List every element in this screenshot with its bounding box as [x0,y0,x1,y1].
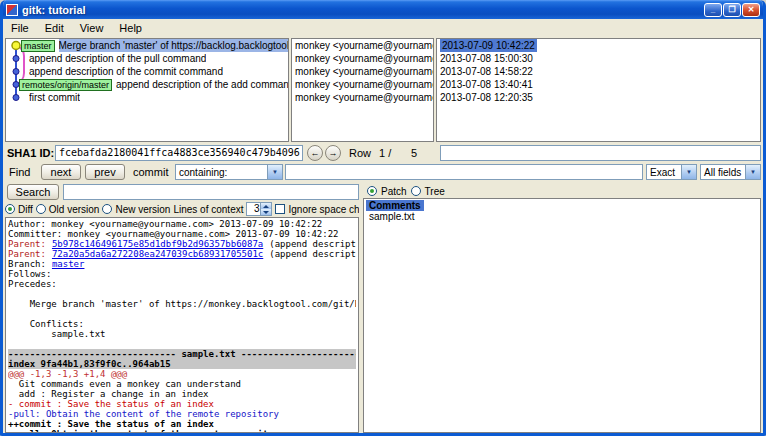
diff-radio[interactable] [5,204,15,214]
date-text: 2013-07-08 12:20:35 [440,91,533,104]
author-cell[interactable]: monkey <yourname@yourname.com> [292,39,433,52]
author-text: monkey <yourname@yourname.com> [295,78,433,91]
date-text: 2013-07-08 15:00:30 [440,52,533,65]
date-cell[interactable]: 2013-07-09 10:42:22 [437,39,760,52]
commit-row[interactable]: append description of the commit command [6,65,288,78]
menu-view[interactable]: View [72,21,112,35]
author-text: monkey <yourname@yourname.com> [295,52,433,65]
patch-radio[interactable] [367,186,377,196]
parent-line: Parent:5b978c146496175e85d1dbf9b2d96357b… [8,239,356,249]
author-cell[interactable]: monkey <yourname@yourname.com> [292,91,433,104]
commit-row[interactable]: remotes/origin/master append description… [6,78,288,91]
file-separator-line[interactable]: ------------------------------- sample.t… [8,349,356,359]
search-input[interactable] [63,184,359,200]
forward-arrow-icon: → [329,148,338,158]
row-total: 5 [411,147,417,159]
match-value: Exact [650,167,675,178]
commit-list: master Merge branch 'master' of https://… [6,39,288,141]
author-cell[interactable]: monkey <yourname@yourname.com> [292,78,433,91]
diff-added-line: ++commit : Save the status of an index [8,419,356,429]
sha1-input[interactable]: fcebafda2180041ffca4883ce356940c479b4096 [55,145,303,161]
author-text: monkey <yourname@yourname.com> [295,65,433,78]
sha1-label: SHA1 ID: [7,147,54,159]
parent1-sha-link[interactable]: 5b978c146496175e85d1dbf9b2d96357bb6087a [52,239,263,249]
commit-row[interactable]: first commit [6,91,288,104]
find-button[interactable]: Find [9,166,30,178]
author-text: monkey <yourname@yourname.com> [295,91,433,104]
window-title: gitk: tutorial [22,4,703,16]
old-version-label: Old version [49,204,100,215]
parent2-sha-link[interactable]: 72a20a5da6a272208ea247039cb68931705501c [52,249,263,259]
lines-of-context-label: Lines of context [173,204,243,215]
conflict-file-line: sample.txt [8,329,356,339]
date-pane[interactable]: 2013-07-09 10:42:22 2013-07-08 15:00:30 … [436,38,761,142]
date-cell[interactable]: 2013-07-08 14:58:22 [437,65,760,78]
find-next-button[interactable]: next [41,164,81,180]
find-prev-button[interactable]: prev [85,164,125,180]
menu-help[interactable]: Help [111,21,150,35]
parent2-rest: (append description of the [269,249,356,259]
stepper-buttons [260,203,271,215]
branch-label-master[interactable]: master [21,40,55,52]
dropdown-arrow-icon: ▼ [681,165,696,179]
close-button[interactable]: ✕ [742,3,760,17]
commit-graph-pane[interactable]: master Merge branch 'master' of https://… [5,38,289,142]
date-cell[interactable]: 2013-07-08 12:20:35 [437,91,760,104]
commit-row[interactable]: master Merge branch 'master' of https://… [6,39,288,52]
branch-line: Branch:master [8,259,356,269]
history-forward-button[interactable]: → [325,145,341,161]
file-list-item[interactable]: sample.txt [366,211,758,223]
tree-radio[interactable] [411,186,421,196]
date-cell[interactable]: 2013-07-08 15:00:30 [437,52,760,65]
search-button[interactable]: Search [7,184,59,200]
find-containing-dropdown[interactable]: containing: ▼ [175,164,283,180]
view-options-bar: Patch Tree [367,184,445,198]
history-back-button[interactable]: ← [307,145,323,161]
commit-subject: first commit [29,91,80,104]
ignore-space-label: Ignore space change [288,204,359,215]
diff-view[interactable]: Author: monkey <yourname@yourname.com> 2… [5,217,359,433]
dropdown-arrow-icon: ▼ [745,165,760,179]
author-cell[interactable]: monkey <yourname@yourname.com> [292,65,433,78]
minimize-button[interactable]: _ [704,3,722,17]
blank-line [8,339,356,349]
patch-label: Patch [381,186,407,197]
find-match-dropdown[interactable]: Exact ▼ [646,164,697,180]
committer-line: Committer: monkey <yourname@yourname.com… [8,229,356,239]
author-pane[interactable]: monkey <yourname@yourname.com> monkey <y… [291,38,434,142]
find-commit-label: commit [133,166,168,178]
commit-subject: append description of the pull command [29,52,206,65]
date-text: 2013-07-09 10:42:22 [440,39,537,52]
ignore-space-checkbox[interactable] [275,204,285,214]
old-version-radio[interactable] [36,204,46,214]
diff-context-line: Git commands even a monkey can understan… [8,379,356,389]
maximize-button[interactable]: ❐ [723,3,741,17]
parent-line: Parent:72a20a5da6a272208ea247039cb689317… [8,249,356,259]
new-version-label: New version [115,204,170,215]
parent-label: Parent: [8,249,46,259]
diff-context-line: add : Register a change in an index [8,389,356,399]
commit-subject: Merge branch 'master' of https://backlog… [59,39,288,52]
new-version-radio[interactable] [102,204,112,214]
title-bar[interactable]: gitk: tutorial _ ❐ ✕ [3,0,763,19]
menu-file[interactable]: File [3,21,37,35]
dropdown-arrow-icon: ▼ [267,165,282,179]
row-current: 1 / [379,147,391,159]
date-cell[interactable]: 2013-07-08 13:40:41 [437,78,760,91]
file-list-comments[interactable]: Comments [366,200,424,211]
menu-edit[interactable]: Edit [37,21,72,35]
branch-label-remotes-origin-master[interactable]: remotes/origin/master [19,79,112,91]
sha1-extra-input[interactable] [440,145,761,161]
find-query-input[interactable] [285,164,643,180]
diff-options-bar: Diff Old version New version Lines of co… [5,202,359,216]
author-cell[interactable]: monkey <yourname@yourname.com> [292,52,433,65]
find-fields-dropdown[interactable]: All fields ▼ [700,164,761,180]
containing-value: containing: [179,167,227,178]
spin-down-button[interactable] [261,209,271,215]
branch-link[interactable]: master [52,259,85,269]
file-list-pane[interactable]: Comments sample.txt [363,198,761,433]
commit-row[interactable]: append description of the pull command [6,52,288,65]
context-lines-stepper[interactable]: 3 [246,202,272,216]
blank-line [8,309,356,319]
tree-label: Tree [425,186,445,197]
